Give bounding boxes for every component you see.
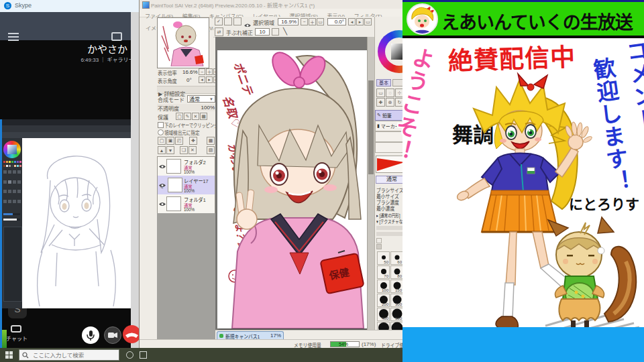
color-wheel-icon[interactable] [3,141,21,158]
protect-position-button[interactable]: ✕ [192,113,199,120]
eye-icon[interactable] [159,160,166,172]
angle-value-box[interactable]: 0.0° [327,18,346,25]
clipping-row[interactable]: 下のレイヤーでクリッピング [157,121,216,128]
new-mask-button[interactable]: ◰ [175,137,183,145]
layer-delete-button[interactable]: ✕ [189,146,197,154]
toolbar-toggle-2[interactable] [224,17,232,25]
color-palette[interactable] [3,161,21,168]
stabilizer-option-button[interactable] [272,28,279,36]
brush-size-cell[interactable]: 100 [377,280,390,293]
layer-section-header[interactable]: ▶ 詳細設定 [157,86,216,94]
minipaint-menubar[interactable] [2,125,131,132]
lasso-tool[interactable]: ◌ [386,88,394,97]
new-layer-button[interactable]: ▢ [158,137,166,145]
sai-titlebar[interactable]: PaintTool SAI Ver.2 (64bit) Preview.2020… [140,0,407,9]
move-tool[interactable]: ✚ [376,98,385,107]
nav-zoom-label: 表示倍率 [158,69,177,76]
rotate-ccw-button[interactable]: ◂ [348,18,356,25]
layer-actions-row2: ▲ ▼ ❏ ✕ ▨ [157,146,216,155]
brush-size-cell[interactable]: 50 [377,251,390,265]
brush-size-slider[interactable] [3,213,20,215]
merge-button[interactable]: ✚ [189,137,197,145]
sai-window: PaintTool SAI Ver.2 (64bit) Preview.2020… [139,0,407,348]
hangup-button[interactable] [123,325,141,343]
rotate-reset-button[interactable]: ▭ [364,18,372,25]
toolbar-toggle-1[interactable]: ✓ [215,17,223,25]
minipaint-toolbar[interactable] [2,132,131,138]
layer-down-button[interactable]: ▼ [166,146,174,154]
blend-mode-select[interactable]: 通常 ▼ [187,95,215,103]
disabled-checkbox-1 [376,238,382,243]
brush-size-cell[interactable]: 150 [390,280,403,293]
nav-rotate-cw-button[interactable]: ▸ [206,76,213,83]
layer-grid-button[interactable]: ▨ [207,146,215,154]
layer-thumbnail [166,196,181,211]
minipaint-canvas[interactable] [22,138,131,308]
cortana-icon[interactable] [126,351,133,359]
disabled-setting-bar-2 [376,232,406,236]
zoom-value-box[interactable]: 16.9% [278,18,299,25]
start-button[interactable] [5,351,13,359]
stabilizer-label: 手ぶれ補正 [226,29,253,36]
protect-opacity-button[interactable]: ▢ [176,113,183,120]
search-input[interactable] [32,351,115,359]
canvas-area[interactable]: ポニテ 名取♡ かわいい でしょ？ 2020.9.19 [215,37,376,330]
rotate-cw-button[interactable]: ▸ [356,18,364,25]
task-view-icon[interactable] [140,351,147,359]
canvas-tab-icon [219,334,223,338]
chat-button[interactable]: チャット [5,325,32,345]
disabled-setting-bar-1 [376,226,406,230]
brush-size-cell[interactable]: 200 [377,294,390,307]
protect-pixel-button[interactable]: ✎ [184,113,191,120]
banner: えあいんていくの生放送 [402,0,644,38]
tab-basic[interactable]: 基本 [376,79,391,86]
layer-row-folder1[interactable]: ▷ フォルダ1 通常 100% [158,194,215,214]
opacity-row[interactable]: 不透明度 100% [157,104,216,111]
brush-size-cell[interactable]: 300 [390,294,403,307]
opacity-slider[interactable] [3,219,20,221]
zoom-out-button[interactable]: − [301,18,308,25]
brush-size-cell[interactable]: 500 [390,308,403,321]
detect-radio[interactable] [158,129,164,135]
vscroll-thumb[interactable] [368,80,374,174]
toolbar-toggle-3[interactable] [233,17,241,25]
brush-size-cell[interactable]: 80 [390,265,403,279]
brush-size-cell[interactable]: 400 [377,308,390,321]
layer-copy-button[interactable]: ❏ [180,146,188,154]
mic-button[interactable] [82,326,99,344]
nav-rotate-ccw-button[interactable]: ◂ [199,76,205,83]
minipaint-layer-box[interactable] [3,227,22,302]
new-folder-button[interactable]: ▣ [166,137,174,145]
clipping-checkbox[interactable] [158,122,164,128]
minipaint-titlebar[interactable] [2,119,131,125]
layer-row-folder2[interactable]: ▷ フォルダ2 通常 100% [158,157,215,176]
select-rect-tool[interactable]: ▭ [376,88,385,97]
brush-size-cell[interactable]: 70 [377,265,390,279]
hamburger-icon[interactable] [8,33,19,41]
line-tool-icon[interactable]: ╲ [283,27,287,35]
detect-row[interactable]: 領域検出元に指定 [157,129,216,135]
camera-button[interactable] [104,326,121,344]
brush-size-cell[interactable]: 60 [390,251,403,265]
nav-zoom-in-button[interactable]: ＋ [206,68,213,75]
minipaint-tool-grid[interactable] [3,170,21,208]
layer-up-button[interactable]: ▲ [158,146,166,154]
taskbar-search[interactable] [19,349,119,361]
stabilizer-select[interactable]: 10 [255,28,270,36]
view-toggle-icon[interactable] [111,32,122,41]
zoom-in-button[interactable]: ＋ [309,18,316,25]
layer-row-layer17[interactable]: ✎ レイヤー17 通常 100% [158,176,215,195]
protect-all-button[interactable]: ▦ [200,113,207,120]
layer-list-empty-area [157,213,215,339]
special-button[interactable]: ▦ [207,137,215,145]
selection-eye-icon[interactable] [244,19,251,24]
zoom-reset-button[interactable]: ▭ [317,18,324,25]
min-density-label: 最小濃度 [376,204,394,212]
canvas-page[interactable]: ポニテ 名取♡ かわいい でしょ？ 2020.9.19 [217,50,367,328]
eye-icon[interactable] [159,197,166,209]
skype-call-header [0,12,131,40]
skype-titlebar[interactable]: S Skype [0,0,140,13]
layer-opacity: 100% [184,188,195,193]
navigator-thumbnail[interactable] [158,18,207,66]
nav-zoom-out-button[interactable]: − [199,68,205,75]
